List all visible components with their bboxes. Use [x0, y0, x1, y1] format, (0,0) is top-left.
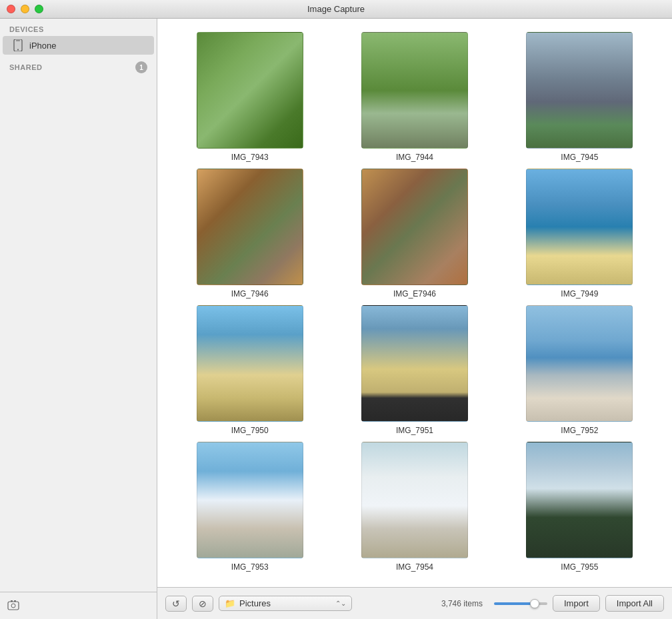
photo-item[interactable]: IMG_7955: [507, 442, 652, 572]
photo-label: IMG_E7946: [393, 289, 436, 299]
photo-label: IMG_7949: [561, 289, 598, 299]
destination-label: Pictures: [239, 598, 331, 608]
import-all-button[interactable]: Import All: [605, 595, 664, 612]
photo-label: IMG_7951: [396, 426, 433, 435]
close-button[interactable]: [7, 5, 15, 13]
photo-item[interactable]: IMG_7950: [177, 305, 322, 435]
items-count: 3,746 items: [435, 599, 489, 608]
photo-item[interactable]: IMG_7952: [507, 305, 652, 435]
iphone-icon: [12, 39, 24, 51]
photo-thumbnail: [361, 169, 468, 285]
destination-selector[interactable]: 📁 Pictures ⌃⌄: [219, 596, 352, 611]
sidebar-item-iphone[interactable]: iPhone: [3, 36, 154, 55]
photo-item[interactable]: IMG_7946: [177, 169, 322, 299]
chevron-icon: ⌃⌄: [335, 600, 346, 607]
photo-grid: IMG_7943IMG_7944IMG_7945IMG_7946IMG_E794…: [157, 19, 672, 587]
photo-item[interactable]: IMG_7953: [177, 442, 322, 572]
import-button[interactable]: Import: [553, 595, 600, 612]
photo-label: IMG_7944: [396, 153, 433, 162]
photo-label: IMG_7952: [561, 426, 598, 435]
svg-rect-6: [14, 600, 16, 602]
folder-icon: 📁: [225, 598, 235, 608]
iphone-label: iPhone: [29, 41, 56, 51]
devices-section-header: DEVICES: [0, 19, 157, 36]
svg-point-4: [11, 604, 15, 608]
photo-thumbnail: [361, 305, 468, 422]
photo-item[interactable]: IMG_7945: [507, 32, 652, 162]
photo-thumbnail: [197, 32, 303, 149]
photo-thumbnail: [197, 442, 303, 558]
bottom-bar: ↺ ⊘ 📁 Pictures ⌃⌄ 3,746 items Import Imp…: [157, 587, 672, 619]
photo-item[interactable]: IMG_7954: [342, 442, 487, 572]
photo-thumbnail: [526, 32, 633, 149]
photo-item[interactable]: IMG_7949: [507, 169, 652, 299]
shared-label: SHARED: [9, 63, 42, 71]
photo-item[interactable]: IMG_7944: [342, 32, 487, 162]
app-body: DEVICES iPhone SHARED 1: [0, 19, 672, 619]
photo-label: IMG_7955: [561, 562, 598, 572]
photo-thumbnail: [526, 442, 633, 558]
photo-label: IMG_7954: [396, 562, 433, 572]
maximize-button[interactable]: [35, 5, 43, 13]
sidebar: DEVICES iPhone SHARED 1: [0, 19, 157, 619]
window-controls: [7, 5, 43, 13]
photo-item[interactable]: IMG_7943: [177, 32, 322, 162]
zoom-thumb[interactable]: [530, 599, 539, 608]
main-content: IMG_7943IMG_7944IMG_7945IMG_7946IMG_E794…: [157, 19, 672, 619]
photo-label: IMG_7943: [231, 153, 269, 162]
svg-rect-3: [8, 602, 19, 610]
title-bar: Image Capture: [0, 0, 672, 19]
photo-thumbnail: [526, 169, 633, 285]
photo-label: IMG_7945: [561, 153, 598, 162]
delete-button[interactable]: ⊘: [192, 596, 213, 612]
photo-label: IMG_7946: [231, 289, 269, 299]
photo-thumbnail: [361, 32, 468, 149]
photo-item[interactable]: IMG_7951: [342, 305, 487, 435]
photo-thumbnail: [197, 305, 303, 422]
photo-thumbnail: [197, 169, 303, 285]
rotate-icon: ↺: [172, 598, 180, 609]
svg-point-2: [17, 49, 19, 51]
photo-thumbnail: [526, 305, 633, 422]
photo-thumbnail: [361, 442, 468, 558]
svg-rect-5: [11, 600, 13, 602]
zoom-track[interactable]: [494, 602, 547, 605]
photo-item[interactable]: IMG_E7946: [342, 169, 487, 299]
shared-section-header: SHARED 1: [0, 55, 157, 76]
delete-icon: ⊘: [199, 598, 207, 609]
photo-label: IMG_7950: [231, 426, 269, 435]
shared-count-badge: 1: [135, 61, 147, 73]
svg-rect-1: [16, 41, 20, 41]
window-title: Image Capture: [307, 4, 365, 14]
zoom-slider[interactable]: [494, 602, 547, 605]
photo-label: IMG_7953: [231, 562, 269, 572]
add-location-button[interactable]: [5, 598, 21, 614]
minimize-button[interactable]: [21, 5, 29, 13]
rotate-button[interactable]: ↺: [165, 596, 187, 612]
sidebar-footer: [0, 592, 157, 619]
